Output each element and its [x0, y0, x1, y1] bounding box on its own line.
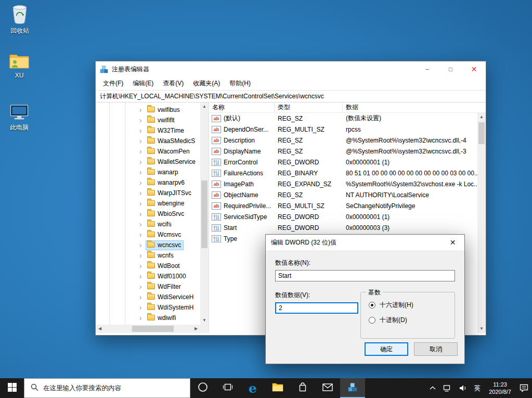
tree-item-wanarp[interactable]: ›wanarp — [96, 167, 200, 177]
tree-item-WalletService[interactable]: ›WalletService — [96, 157, 200, 167]
expand-chevron-icon[interactable]: › — [139, 283, 146, 290]
scroll-right-icon[interactable]: ▶ — [192, 325, 200, 333]
tree-item-WdFilter[interactable]: ›WdFilter — [96, 281, 200, 292]
hex-radio-row[interactable]: 十六进制(H) — [369, 301, 455, 310]
tree-vertical-scrollbar[interactable]: ▲ ▼ — [200, 102, 209, 325]
tree-item-Wcmsvc[interactable]: ›Wcmsvc — [96, 229, 200, 240]
registry-value-row[interactable]: 011110StartREG_DWORD0x00000003 (3) — [209, 222, 477, 233]
radio-dec[interactable] — [369, 317, 375, 324]
registry-value-row[interactable]: abObjectNameREG_SZNT AUTHORITY\LocalServ… — [209, 189, 477, 200]
expand-chevron-icon[interactable]: › — [139, 158, 146, 165]
registry-value-row[interactable]: abDescriptionREG_SZ@%SystemRoot%\system3… — [209, 135, 477, 146]
scrollbar-thumb[interactable] — [478, 122, 485, 144]
tree-item-W32Time[interactable]: ›W32Time — [96, 125, 200, 136]
expand-chevron-icon[interactable]: › — [139, 169, 146, 176]
network-icon[interactable] — [439, 378, 455, 398]
scrollbar-thumb[interactable] — [132, 326, 174, 332]
expand-chevron-icon[interactable]: › — [139, 148, 146, 155]
registry-value-row[interactable]: ab(默认)REG_SZ(数值未设置) — [209, 113, 477, 124]
menu-favorites[interactable]: 收藏夹(A) — [188, 79, 225, 88]
recycle-bin-desktop-icon[interactable]: 回收站 — [1, 4, 39, 35]
expand-chevron-icon[interactable]: › — [139, 106, 146, 113]
address-bar[interactable]: 计算机\HKEY_LOCAL_MACHINE\SYSTEM\CurrentCon… — [96, 90, 486, 102]
scroll-up-icon[interactable]: ▲ — [200, 102, 209, 111]
expand-chevron-icon[interactable]: › — [139, 179, 146, 186]
tree-item-WdBoot[interactable]: ›WdBoot — [96, 261, 200, 271]
scrollbar-thumb[interactable] — [201, 181, 207, 248]
expand-chevron-icon[interactable]: › — [139, 273, 146, 280]
expand-chevron-icon[interactable]: › — [139, 262, 146, 269]
registry-value-row[interactable]: 011110ErrorControlREG_DWORD0x00000001 (1… — [209, 157, 477, 168]
registry-value-row[interactable]: abImagePathREG_EXPAND_SZ%SystemRoot%\Sys… — [209, 178, 477, 189]
tree-item-wcifs[interactable]: ›wcifs — [96, 219, 200, 229]
tree-item-WaaSMedicS[interactable]: ›WaaSMedicS — [96, 136, 200, 146]
dialog-close-icon[interactable]: ✕ — [441, 235, 464, 250]
tree-item-wcncsvc[interactable]: ›wcncsvc — [96, 240, 200, 250]
column-header-name[interactable]: 名称 — [209, 102, 275, 112]
expand-chevron-icon[interactable]: › — [139, 221, 146, 228]
expand-chevron-icon[interactable]: › — [139, 189, 146, 197]
file-explorer-button[interactable] — [265, 378, 290, 398]
expand-chevron-icon[interactable]: › — [139, 127, 146, 134]
tree-item-WdiServiceH[interactable]: ›WdiServiceH — [96, 292, 200, 302]
cortana-button[interactable] — [190, 378, 215, 398]
search-input[interactable] — [43, 384, 190, 392]
volume-icon[interactable] — [455, 378, 471, 398]
maximize-icon[interactable]: □ — [439, 61, 462, 77]
action-center-icon[interactable] — [516, 378, 532, 398]
tree-item-vwififlt[interactable]: ›vwififlt — [96, 115, 200, 125]
tree-item-wbengine[interactable]: ›wbengine — [96, 198, 200, 209]
dialog-titlebar[interactable]: 编辑 DWORD (32 位)值 ✕ — [266, 235, 464, 250]
store-button[interactable] — [290, 378, 315, 398]
tree-item-vwifibus[interactable]: ›vwifibus — [96, 105, 200, 115]
column-header-data[interactable]: 数据 — [343, 102, 486, 112]
clock[interactable]: 11:23 2020/8/7 — [484, 378, 516, 398]
ok-button[interactable]: 确定 — [365, 342, 408, 356]
tree-item-WbioSrvc[interactable]: ›WbioSrvc — [96, 209, 200, 219]
tree-horizontal-scrollbar[interactable]: ◀ ▶ — [96, 325, 200, 333]
expand-chevron-icon[interactable]: › — [139, 200, 146, 207]
expand-chevron-icon[interactable]: › — [139, 304, 146, 311]
expand-chevron-icon[interactable]: › — [139, 252, 146, 259]
radio-hex[interactable] — [369, 302, 375, 309]
scroll-up-icon[interactable]: ▲ — [477, 113, 486, 121]
tray-chevron-up-icon[interactable] — [426, 378, 439, 398]
menu-view[interactable]: 查看(V) — [158, 79, 188, 88]
menu-edit[interactable]: 编辑(E) — [128, 79, 158, 88]
mail-button[interactable] — [315, 378, 340, 398]
expand-chevron-icon[interactable]: › — [139, 241, 146, 249]
registry-value-row[interactable]: abDependOnSer...REG_MULTI_SZrpcss — [209, 124, 477, 135]
value-name-input[interactable] — [275, 270, 455, 281]
registry-value-row[interactable]: 011110FailureActionsREG_BINARY80 51 01 0… — [209, 168, 477, 178]
scroll-down-icon[interactable]: ▼ — [477, 325, 486, 333]
dec-radio-row[interactable]: 十进制(D) — [369, 316, 455, 325]
expand-chevron-icon[interactable]: › — [139, 314, 146, 322]
column-header-type[interactable]: 类型 — [275, 102, 343, 112]
minimize-icon[interactable]: – — [416, 61, 439, 77]
tree-item-WacomPen[interactable]: ›WacomPen — [96, 146, 200, 157]
task-view-button[interactable] — [215, 378, 240, 398]
tree-item-Wdf01000[interactable]: ›Wdf01000 — [96, 271, 200, 281]
tree-item-wcnfs[interactable]: ›wcnfs — [96, 250, 200, 261]
regedit-titlebar[interactable]: 注册表编辑器 – □ ✕ — [96, 61, 486, 77]
value-data-input[interactable] — [275, 302, 358, 314]
tree-item-WdiSystemH[interactable]: ›WdiSystemH — [96, 302, 200, 313]
expand-chevron-icon[interactable]: › — [139, 293, 146, 301]
xu-folder-desktop-icon[interactable]: XU — [0, 53, 38, 79]
scroll-down-icon[interactable]: ▼ — [200, 316, 209, 325]
regedit-taskbar-button[interactable] — [340, 378, 365, 398]
this-pc-desktop-icon[interactable]: 此电脑 — [0, 104, 38, 132]
expand-chevron-icon[interactable]: › — [139, 117, 146, 124]
edge-button[interactable]: e — [240, 378, 265, 398]
cancel-button[interactable]: 取消 — [414, 342, 458, 356]
scroll-left-icon[interactable]: ◀ — [96, 325, 104, 333]
expand-chevron-icon[interactable]: › — [139, 231, 146, 238]
start-button[interactable] — [0, 378, 24, 398]
registry-value-row[interactable]: abRequiredPrivile...REG_MULTI_SZSeChange… — [209, 200, 477, 211]
registry-value-row[interactable]: abDisplayNameREG_SZ@%SystemRoot%\system3… — [209, 146, 477, 157]
close-icon[interactable]: ✕ — [462, 61, 486, 77]
tree-item-wdiwifi[interactable]: ›wdiwifi — [96, 313, 200, 323]
list-vertical-scrollbar[interactable]: ▲ ▼ — [477, 113, 486, 333]
input-language-indicator[interactable]: 英 — [471, 378, 485, 398]
registry-value-row[interactable]: 011110ServiceSidTypeREG_DWORD0x00000001 … — [209, 211, 477, 222]
